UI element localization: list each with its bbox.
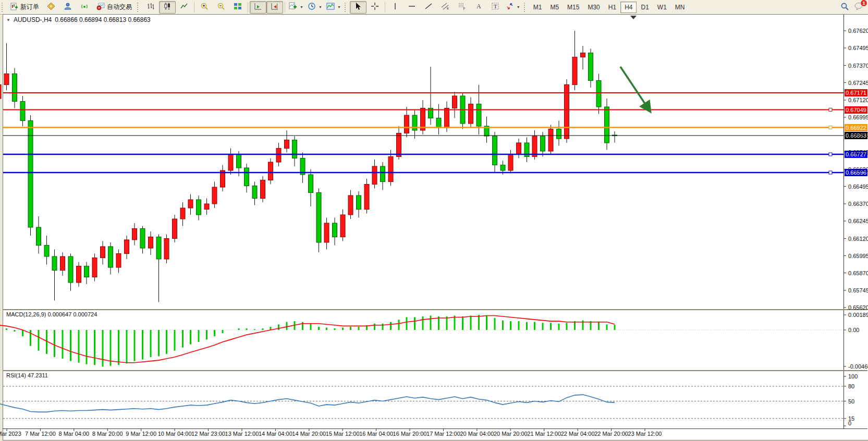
time-axis-label: 10 Mar 04:00 xyxy=(158,431,192,437)
time-axis-label: 8 Mar 20:00 xyxy=(92,431,123,437)
price-axis-label: 0.67495 xyxy=(848,45,868,51)
price-level-badge: 0.67049 xyxy=(845,106,867,114)
candles xyxy=(0,31,617,302)
price-axis-label: 0.66245 xyxy=(848,218,868,224)
time-axis-label: 9 Mar 12:00 xyxy=(126,431,156,437)
trend-arrow-annotation[interactable] xyxy=(620,67,650,111)
chart-shift-marker[interactable] xyxy=(630,16,637,19)
price-axis-label: 0.65995 xyxy=(848,253,868,259)
time-axis-label: 17 Mar 12:00 xyxy=(426,431,460,437)
price-axis-label: 0.66495 xyxy=(848,183,868,190)
time-axis-label: 12 Mar 23:00 xyxy=(191,431,225,437)
macd-signal-line xyxy=(0,315,615,362)
time-axis-label: 20 Mar 04:00 xyxy=(460,431,494,437)
time-axis-label: 14 Mar 20:00 xyxy=(292,431,326,437)
price-axis-label: 0.67120 xyxy=(848,97,868,103)
rsi-line xyxy=(0,395,615,412)
rsi-axis-label: 80 xyxy=(848,383,854,389)
time-axis-label: 22 Mar 20:00 xyxy=(594,431,628,437)
time-axis-label: 22 Mar 04:00 xyxy=(561,431,595,437)
price-axis-label: 0.65745 xyxy=(848,287,868,293)
time-axis-label: 7 Mar 12:00 xyxy=(25,431,56,437)
time-axis-label: 8 Mar 04:00 xyxy=(58,431,89,437)
time-axis-label: 16 Mar 20:00 xyxy=(393,431,427,437)
time-axis-label: 6 Mar 2023 xyxy=(0,431,21,437)
price-axis-label: 0.66870 xyxy=(848,131,868,138)
time-axis-label: 15 Mar 12:00 xyxy=(326,431,360,437)
price-axis-label: 0.66620 xyxy=(848,166,868,173)
price-level-badge: 0.67171 xyxy=(845,89,867,96)
macd-axis-label: 0.001896 xyxy=(848,312,868,318)
macd-axis-label: -0.004606 xyxy=(848,363,868,370)
macd-histogram xyxy=(0,315,615,366)
rsi-axis-label: 0 xyxy=(848,420,851,426)
chart-canvas xyxy=(0,0,868,441)
price-axis-label: 0.67370 xyxy=(848,63,868,69)
time-axis-label: 23 Mar 12:00 xyxy=(628,431,662,437)
price-axis-label: 0.67620 xyxy=(848,28,868,34)
rsi-axis-label: 50 xyxy=(848,398,854,405)
price-axis-label: 0.66995 xyxy=(848,114,868,120)
macd-axis-label: 0.00 xyxy=(848,327,859,333)
price-axis-label: 0.66370 xyxy=(848,201,868,207)
price-axis-label: 0.65870 xyxy=(848,270,868,276)
rsi-axis-label: 100 xyxy=(848,373,858,379)
time-axis-label: 20 Mar 20:00 xyxy=(494,431,528,437)
time-axis-label: 21 Mar 12:00 xyxy=(527,431,561,437)
time-axis-label: 13 Mar 12:00 xyxy=(225,431,259,437)
time-axis-label: 16 Mar 04:00 xyxy=(359,431,393,437)
time-axis-label: 14 Mar 04:00 xyxy=(259,431,292,437)
price-axis-label: 0.66120 xyxy=(848,236,868,242)
price-axis-label: 0.66745 xyxy=(848,149,868,155)
price-level-badge: 0.66922 xyxy=(845,124,867,131)
price-axis-label: 0.67245 xyxy=(848,80,868,86)
price-axis-label: 0.65620 xyxy=(848,304,868,311)
